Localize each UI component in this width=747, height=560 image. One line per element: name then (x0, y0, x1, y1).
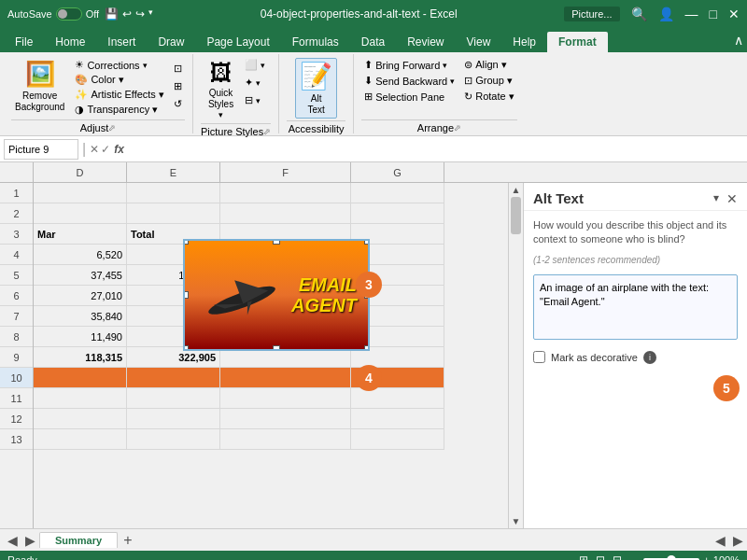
cell-d11[interactable] (34, 388, 127, 409)
mark-decorative-checkbox[interactable] (533, 351, 545, 363)
tab-page-layout[interactable]: Page Layout (195, 32, 280, 52)
scroll-up-arrow[interactable]: ▲ (510, 183, 523, 197)
cell-e10[interactable] (127, 368, 220, 388)
redo-icon[interactable]: ↪ (135, 7, 145, 21)
formula-input[interactable] (128, 143, 743, 156)
cell-d3[interactable]: Mar (34, 224, 127, 245)
artistic-effects-button[interactable]: ✨ Artistic Effects ▾ (72, 88, 167, 102)
bring-forward-button[interactable]: ⬆ Bring Forward ▾ (361, 58, 458, 72)
autosave-toggle[interactable]: AutoSave Off (7, 7, 99, 21)
cell-e11[interactable] (127, 388, 220, 409)
cell-d13[interactable] (34, 429, 127, 450)
cell-f13[interactable] (220, 429, 351, 450)
inserted-image[interactable]: EMAILAGENT (183, 239, 370, 351)
step-bubble-3[interactable]: 3 (356, 272, 382, 298)
mark-decorative-info-icon[interactable]: i (643, 351, 656, 364)
tab-help[interactable]: Help (501, 32, 547, 52)
change-picture-button[interactable]: ⊞ (171, 79, 185, 93)
maximize-btn[interactable]: □ (710, 7, 717, 21)
cell-d4[interactable]: 6,520 (34, 245, 127, 265)
remove-background-button[interactable]: 🖼️ RemoveBackground (11, 58, 68, 115)
cell-d10[interactable] (34, 368, 127, 388)
save-icon[interactable]: 💾 (105, 7, 119, 21)
cell-d12[interactable] (34, 409, 127, 429)
scroll-down-arrow[interactable]: ▼ (510, 514, 523, 528)
zoom-minus-btn[interactable]: — (629, 554, 640, 560)
cell-d7[interactable]: 35,840 (34, 306, 127, 327)
selection-handle-bl[interactable] (183, 345, 189, 351)
selection-pane-button[interactable]: ⊞ Selection Pane (361, 90, 458, 104)
reset-picture-button[interactable]: ↺ (171, 97, 185, 111)
color-button[interactable]: 🎨 Color ▾ (72, 73, 167, 87)
col-header-f[interactable]: F (220, 162, 351, 182)
selection-handle-ml[interactable] (183, 291, 189, 299)
autosave-pill[interactable] (56, 7, 82, 21)
cell-e13[interactable] (127, 429, 220, 450)
selection-handle-bc[interactable] (273, 345, 280, 351)
view-normal-icon[interactable]: ⊞ (579, 553, 588, 560)
view-page-break-icon[interactable]: ⊟ (613, 553, 622, 560)
confirm-icon[interactable]: ✓ (101, 143, 110, 156)
compress-pictures-button[interactable]: ⊡ (171, 62, 185, 76)
tab-home[interactable]: Home (44, 32, 96, 52)
vertical-scrollbar[interactable]: ▲ ▼ (508, 183, 523, 528)
sheet-nav-left[interactable]: ◀ (4, 533, 21, 548)
tab-insert[interactable]: Insert (96, 32, 147, 52)
selection-handle-tc[interactable] (273, 239, 280, 245)
cell-f11[interactable] (220, 388, 351, 409)
tab-data[interactable]: Data (350, 32, 396, 52)
h-scroll-right[interactable]: ▶ (733, 533, 743, 548)
arrange-expand[interactable]: ⬀ (454, 123, 461, 133)
name-box[interactable] (4, 139, 78, 160)
picture-layout-button[interactable]: ⊟ ▾ (242, 93, 268, 107)
cell-g1[interactable] (351, 183, 444, 203)
tab-view[interactable]: View (456, 32, 502, 52)
search-icon[interactable]: 🔍 (631, 7, 647, 21)
tab-draw[interactable]: Draw (147, 32, 195, 52)
step-bubble-4[interactable]: 4 (356, 365, 382, 391)
undo-icon[interactable]: ↩ (122, 7, 132, 21)
cell-g12[interactable] (351, 409, 444, 429)
share-icon[interactable]: 👤 (658, 7, 674, 21)
tab-formulas[interactable]: Formulas (281, 32, 350, 52)
selection-handle-br[interactable] (364, 345, 370, 351)
cell-e1[interactable] (127, 183, 220, 203)
picture-border-button[interactable]: ⬜ ▾ (242, 58, 268, 72)
rotate-button[interactable]: ↻ Rotate ▾ (461, 90, 516, 104)
add-sheet-button[interactable]: + (118, 532, 137, 549)
selection-handle-tr[interactable] (364, 239, 370, 245)
picture-tab-label[interactable]: Picture... (564, 7, 619, 21)
scroll-track[interactable] (509, 197, 523, 514)
close-btn[interactable]: ✕ (728, 7, 740, 21)
picture-effects-button[interactable]: ✦ ▾ (242, 76, 268, 90)
quick-styles-button[interactable]: 🖼 QuickStyles ▾ (204, 58, 238, 121)
col-header-d[interactable]: D (34, 162, 127, 182)
cell-d9[interactable]: 118,315 (34, 347, 127, 368)
tab-format[interactable]: Format (547, 32, 608, 52)
selection-handle-tl[interactable] (183, 239, 189, 245)
tab-review[interactable]: Review (396, 32, 455, 52)
undo-dropdown-icon[interactable]: ▾ (148, 7, 153, 21)
cancel-icon[interactable]: ✕ (90, 143, 99, 156)
picture-styles-expand[interactable]: ⬀ (263, 127, 271, 136)
step-bubble-5[interactable]: 5 (713, 375, 740, 401)
transparency-button[interactable]: ◑ Transparency ▾ (72, 103, 167, 117)
col-header-e[interactable]: E (127, 162, 220, 182)
col-header-g[interactable]: G (351, 162, 444, 182)
cell-g13[interactable] (351, 429, 444, 450)
zoom-plus-btn[interactable]: + (703, 554, 709, 560)
group-button[interactable]: ⊡ Group ▾ (461, 74, 516, 88)
cell-d1[interactable] (34, 183, 127, 203)
corrections-button[interactable]: ☀ Corrections ▾ (72, 58, 167, 72)
minimize-btn[interactable]: — (685, 7, 698, 21)
alt-text-dropdown-icon[interactable]: ▾ (713, 191, 719, 206)
alt-text-input[interactable]: An image of an airplane with the text: "… (533, 274, 738, 340)
alt-text-button[interactable]: 📝 AltText (295, 58, 337, 119)
align-button[interactable]: ⊜ Align ▾ (461, 58, 516, 72)
cell-d2[interactable] (34, 203, 127, 224)
ribbon-collapse-icon[interactable]: ∧ (734, 33, 743, 48)
zoom-thumb[interactable] (667, 555, 676, 560)
cell-f10[interactable] (220, 368, 351, 388)
cell-g11[interactable] (351, 388, 444, 409)
cell-g2[interactable] (351, 203, 444, 224)
